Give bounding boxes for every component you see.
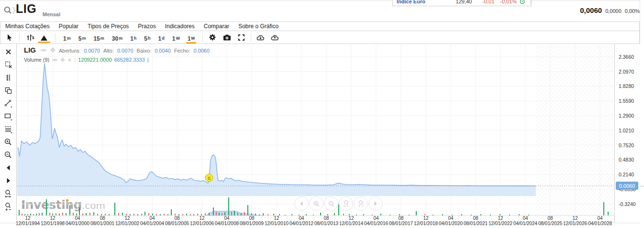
legend-symbol: LIG — [24, 46, 36, 54]
parallel-lines-tool-icon[interactable] — [3, 125, 13, 133]
zoom-out-tool-icon[interactable] — [3, 151, 13, 159]
zoom-in-button[interactable] — [309, 196, 323, 211]
rectangle-tool-icon[interactable] — [3, 112, 13, 120]
price-scale-label: 0.4830 — [619, 157, 634, 163]
zoom-x-range-tool-icon[interactable] — [3, 189, 13, 198]
price-scale-label: 1.8280 — [619, 83, 634, 89]
pan-left-tool-icon[interactable] — [3, 163, 13, 172]
eye-icon[interactable] — [52, 58, 58, 62]
price-scale-label: 2.3660 — [619, 54, 634, 60]
time-scale-label: 0404/01/2028 — [583, 216, 617, 226]
volume-ma-value: 665282.3333 — [114, 57, 145, 63]
price-scale-label: 1.2900 — [619, 113, 634, 119]
deselect-tool-icon[interactable] — [3, 60, 13, 69]
volume-legend-row: Volume (9) : 1209221.0000 665282.3333 | — [24, 57, 149, 63]
pan-right-button[interactable] — [368, 196, 383, 211]
price-scale-label: 1.0210 — [619, 128, 634, 133]
series-settings-gear-icon[interactable] — [50, 47, 56, 53]
drawing-tools-sidebar — [0, 44, 17, 220]
clone-tool-icon[interactable] — [3, 86, 13, 95]
price-scale-label: 0.7520 — [619, 142, 634, 148]
zoom-reset-button[interactable] — [354, 196, 368, 211]
chart-nav-controls — [294, 196, 383, 211]
trend-line-tool-icon[interactable] — [3, 99, 13, 108]
current-price-badge: 0.0060 — [616, 182, 638, 190]
close-label: Fecho: — [174, 48, 190, 54]
price-legend-row: LIG Abertura: 0.0070 Alto: 0.0070 Baixo:… — [24, 46, 210, 54]
zoom-in-tool-icon[interactable] — [3, 138, 13, 146]
close-tool-icon[interactable] — [3, 47, 13, 56]
high-label: Alto: — [103, 48, 114, 54]
zoom-reset-tool-icon[interactable] — [3, 202, 13, 211]
open-value: 0.0070 — [84, 48, 100, 54]
open-label: Abertura: — [59, 48, 80, 54]
low-label: Baixo: — [137, 48, 152, 54]
split-event-marker[interactable]: S — [205, 174, 213, 182]
future-hatch-region — [536, 44, 614, 216]
chart-app: Investing.com S LIG Mensal Índice Euro 1… — [0, 0, 644, 228]
time-scale[interactable]: 1212/01/19941212/01/19980404/01/20000808… — [0, 216, 644, 228]
chart-plot-area[interactable]: S — [0, 0, 644, 228]
dotted-line-stub — [640, 186, 644, 186]
indicator-settings-gear-icon[interactable] — [60, 57, 65, 62]
zoom-out-button[interactable] — [324, 196, 338, 211]
price-scale-label: 1.5590 — [619, 98, 634, 104]
measure-tool-icon[interactable] — [3, 73, 13, 82]
low-value: 0.0040 — [155, 48, 171, 54]
price-scale[interactable]: 2.36602.09701.82801.55901.29001.02100.75… — [614, 44, 644, 223]
high-value: 0.0070 — [117, 48, 133, 54]
volume-colon: : — [74, 57, 76, 63]
zoom-x-range-button[interactable] — [339, 196, 353, 211]
price-scale-label: -0.3240 — [619, 201, 636, 207]
price-scale-label: 0.2140 — [619, 172, 634, 177]
eye-icon[interactable] — [40, 48, 47, 53]
remove-indicator-icon[interactable] — [67, 58, 72, 62]
close-value: 0.0060 — [193, 48, 210, 54]
svg-text:S: S — [208, 176, 211, 181]
pan-right-tool-icon[interactable] — [3, 176, 13, 185]
volume-value: 1209221.0000 — [78, 57, 111, 63]
volume-tail-bar: | — [147, 57, 149, 63]
volume-label: Volume (9) — [24, 57, 49, 63]
price-scale-label: 2.0970 — [619, 69, 634, 75]
pan-left-button[interactable] — [294, 196, 309, 211]
